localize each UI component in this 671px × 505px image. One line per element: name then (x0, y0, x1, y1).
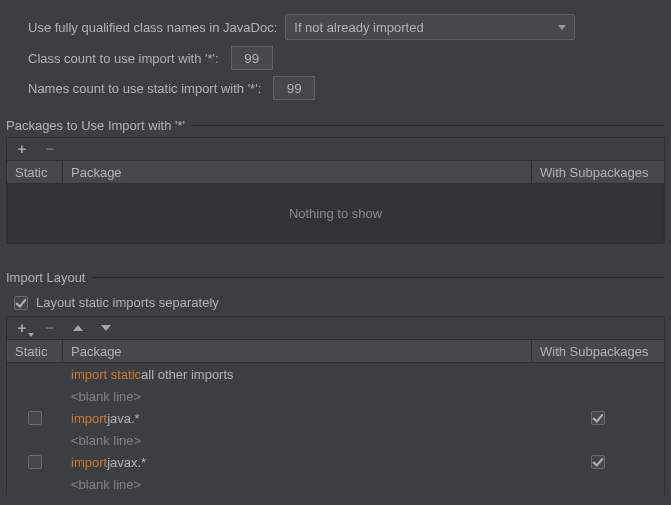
move-down-icon[interactable] (99, 321, 113, 335)
add-icon[interactable] (15, 142, 29, 156)
layout-header-package: Package (63, 340, 532, 362)
layout-toolbar (7, 317, 664, 339)
class-count-input[interactable] (231, 46, 273, 70)
blank-line-text: <blank line> (71, 389, 141, 404)
packages-header-sub: With Subpackages (532, 161, 664, 183)
layout-header-sub: With Subpackages (532, 340, 664, 362)
layout-row-package-cell: <blank line> (63, 389, 532, 404)
layout-static-separately-row: Layout static imports separately (6, 289, 665, 316)
import-target: all other imports (141, 367, 233, 382)
remove-icon[interactable] (43, 321, 57, 335)
import-keyword: import static (71, 367, 141, 382)
packages-section-title: Packages to Use Import with '*' (6, 118, 665, 133)
add-dropdown-icon[interactable] (15, 321, 29, 335)
names-count-input[interactable] (273, 76, 315, 100)
layout-row-package-cell: <blank line> (63, 477, 532, 492)
chevron-down-icon (558, 25, 566, 30)
layout-row-sub-checkbox[interactable] (591, 455, 605, 469)
layout-row-sub-checkbox[interactable] (591, 411, 605, 425)
packages-empty-text: Nothing to show (289, 206, 382, 221)
class-count-label: Class count to use import with '*': (28, 51, 219, 66)
layout-row-static-checkbox[interactable] (28, 411, 42, 425)
javadoc-label: Use fully qualified class names in JavaD… (28, 20, 277, 35)
packages-title-text: Packages to Use Import with '*' (6, 118, 185, 133)
layout-panel: Static Package With Subpackages import s… (6, 316, 665, 495)
layout-row[interactable]: <blank line> (7, 385, 664, 407)
layout-static-separately-checkbox[interactable] (14, 296, 28, 310)
class-count-row: Class count to use import with '*': (28, 46, 665, 70)
packages-toolbar (7, 138, 664, 160)
import-keyword: import (71, 455, 107, 470)
layout-row-static-checkbox[interactable] (28, 455, 42, 469)
divider (92, 277, 666, 278)
blank-line-text: <blank line> (71, 477, 141, 492)
remove-icon[interactable] (43, 142, 57, 156)
import-target: javax.* (107, 455, 146, 470)
layout-rows: import static all other imports<blank li… (7, 363, 664, 495)
layout-row[interactable]: import java.* (7, 407, 664, 429)
layout-row[interactable]: <blank line> (7, 473, 664, 495)
javadoc-row: Use fully qualified class names in JavaD… (28, 14, 665, 40)
layout-header-static: Static (7, 340, 63, 362)
layout-row[interactable]: <blank line> (7, 429, 664, 451)
packages-table-header: Static Package With Subpackages (7, 160, 664, 184)
layout-row[interactable]: import javax.* (7, 451, 664, 473)
layout-row-package-cell: import static all other imports (63, 367, 532, 382)
layout-static-separately-label: Layout static imports separately (36, 295, 219, 310)
layout-row[interactable]: import static all other imports (7, 363, 664, 385)
import-target: java.* (107, 411, 140, 426)
layout-row-static-cell (7, 455, 63, 469)
layout-row-package-cell: import javax.* (63, 455, 532, 470)
move-up-icon[interactable] (71, 321, 85, 335)
packages-empty: Nothing to show (7, 184, 664, 244)
layout-table-header: Static Package With Subpackages (7, 339, 664, 363)
layout-row-package-cell: <blank line> (63, 433, 532, 448)
layout-row-sub-cell (532, 411, 664, 425)
layout-row-package-cell: import java.* (63, 411, 532, 426)
layout-section-title: Import Layout (6, 270, 665, 285)
packages-header-static: Static (7, 161, 63, 183)
blank-line-text: <blank line> (71, 433, 141, 448)
divider (191, 125, 665, 126)
layout-row-sub-cell (532, 455, 664, 469)
packages-header-package: Package (63, 161, 532, 183)
javadoc-select-value: If not already imported (294, 20, 423, 35)
javadoc-select[interactable]: If not already imported (285, 14, 575, 40)
names-count-row: Names count to use static import with '*… (28, 76, 665, 100)
names-count-label: Names count to use static import with '*… (28, 81, 261, 96)
import-keyword: import (71, 411, 107, 426)
packages-panel: Static Package With Subpackages Nothing … (6, 137, 665, 244)
layout-title-text: Import Layout (6, 270, 86, 285)
layout-row-static-cell (7, 411, 63, 425)
